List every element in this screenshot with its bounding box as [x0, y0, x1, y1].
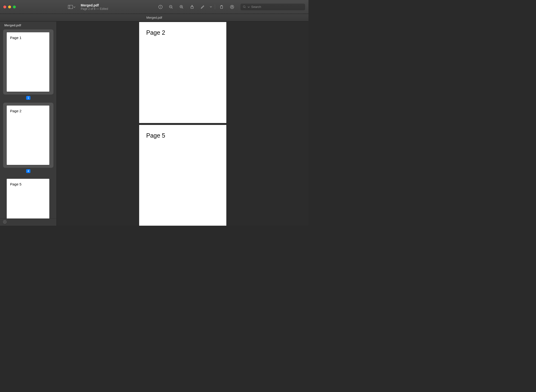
maximize-window-button[interactable]: [13, 6, 16, 8]
thumbnail-page-number: 4: [26, 169, 31, 173]
zoom-in-button[interactable]: [177, 3, 186, 11]
svg-rect-0: [68, 5, 73, 9]
thumbnail-frame: Page 2: [3, 103, 53, 168]
thumbnail-page: Page 5: [7, 179, 49, 218]
document-subtitle: Page 2 of 8 — Edited: [81, 7, 108, 11]
svg-line-6: [172, 7, 173, 8]
thumbnail-page-number: 1: [26, 96, 31, 100]
sidebar-header: Merged.pdf: [0, 22, 57, 28]
tab-label[interactable]: Merged.pdf: [146, 16, 162, 19]
search-icon: [243, 5, 246, 9]
add-page-button[interactable]: [3, 220, 7, 225]
tab-bar: Merged.pdf: [0, 14, 308, 22]
thumbnail-frame: Page 5: [3, 176, 53, 218]
search-field[interactable]: [240, 4, 305, 10]
thumbnail-frame: Page 1: [3, 29, 53, 95]
toolbar-divider: [215, 5, 215, 9]
info-button[interactable]: [156, 3, 165, 11]
svg-point-16: [243, 6, 245, 7]
rotate-button[interactable]: [217, 3, 226, 11]
highlight-button[interactable]: [198, 3, 207, 11]
thumbnail-list[interactable]: Page 1 1 Page 2 4 Page 5: [0, 28, 57, 218]
search-input[interactable]: [251, 5, 303, 9]
document-page: Page 5: [139, 125, 226, 226]
thumbnail-page: Page 1: [7, 32, 49, 92]
svg-line-17: [245, 7, 245, 8]
chevron-down-icon: [73, 5, 75, 9]
thumbnail-sidebar: Merged.pdf Page 1 1 Page 2 4 Page 5: [0, 22, 57, 226]
titlebar: Merged.pdf Page 2 of 8 — Edited: [0, 0, 308, 14]
markup-button[interactable]: [228, 3, 237, 11]
document-page: Page 2: [139, 22, 226, 123]
svg-rect-14: [221, 6, 223, 8]
window-controls: [3, 6, 16, 8]
zoom-out-button[interactable]: [166, 3, 176, 11]
thumbnail-item[interactable]: Page 2 4: [3, 103, 54, 173]
svg-point-4: [160, 6, 161, 6]
thumbnail-page: Page 2: [7, 106, 49, 165]
content-area: Merged.pdf Page 1 1 Page 2 4 Page 5: [0, 22, 308, 226]
sidebar-footer: [0, 218, 57, 226]
document-title: Merged.pdf: [81, 3, 108, 7]
chevron-down-icon: [248, 5, 250, 9]
highlight-menu-button[interactable]: [209, 3, 213, 11]
document-view[interactable]: Page 2 Page 5: [57, 22, 308, 226]
title-block: Merged.pdf Page 2 of 8 — Edited: [81, 3, 108, 11]
sidebar-toggle-button[interactable]: [68, 5, 75, 9]
thumbnail-item[interactable]: Page 5: [3, 176, 54, 218]
toolbar: [156, 3, 305, 11]
thumbnail-item[interactable]: Page 1 1: [3, 29, 54, 100]
minimize-window-button[interactable]: [8, 6, 11, 8]
share-button[interactable]: [188, 3, 197, 11]
close-window-button[interactable]: [3, 6, 6, 8]
svg-line-9: [182, 7, 183, 8]
